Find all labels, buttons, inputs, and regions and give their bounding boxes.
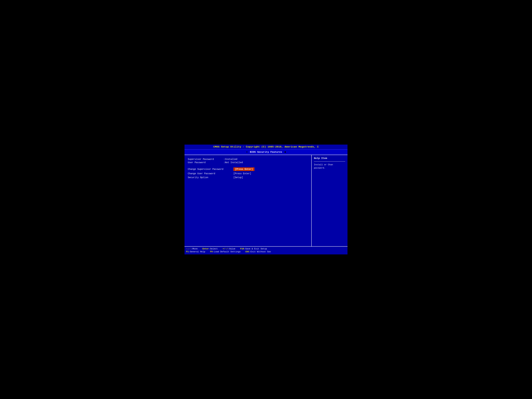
- user-password-label: User Password: [188, 161, 224, 164]
- change-user-password-label: Change User Password: [188, 172, 233, 175]
- bios-screen: CMOS Setup Utility - Copyright (C) 1985-…: [184, 145, 348, 254]
- nav-value: +/-/:Value: [223, 247, 235, 250]
- arrow-right-icon: ➤: [246, 150, 248, 154]
- user-password-value: :Not Installed: [224, 161, 243, 164]
- supervisor-password-value: :Installed: [224, 158, 237, 161]
- help-divider: [314, 161, 345, 162]
- nav-esc: ESC:Exit Without Sav: [246, 251, 271, 253]
- arrow-left-icon: ◄: [284, 151, 286, 154]
- main-area: Supervisor Password :Installed User Pass…: [184, 155, 348, 247]
- title-bar: CMOS Setup Utility - Copyright (C) 1985-…: [184, 145, 348, 149]
- supervisor-password-label: Supervisor Password: [188, 158, 224, 161]
- menu-section: Change Supervisor Password [Press Enter]…: [188, 167, 308, 179]
- help-title: Help Item: [314, 157, 345, 160]
- nav-row-2: F1:General Help F9:Load Default Settings…: [186, 251, 346, 253]
- change-user-password-item[interactable]: Change User Password [Press Enter]: [188, 172, 308, 175]
- title-text: CMOS Setup Utility - Copyright (C) 1985-…: [213, 146, 319, 148]
- nav-f10: F10:Save & Exit Setup: [240, 247, 267, 250]
- user-password-row: User Password :Not Installed: [188, 161, 308, 164]
- nav-bar: ↑↓←→:Move Enter:Select +/-/:Value F10:Sa…: [184, 247, 348, 254]
- status-section: Supervisor Password :Installed User Pass…: [188, 158, 308, 164]
- change-supervisor-password-item[interactable]: Change Supervisor Password [Press Enter]: [188, 167, 308, 171]
- change-supervisor-password-label: Change Supervisor Password: [188, 168, 233, 171]
- change-user-password-value: [Press Enter]: [233, 172, 251, 175]
- nav-move: ↑↓←→:Move: [186, 247, 197, 250]
- left-panel: Supervisor Password :Installed User Pass…: [184, 155, 312, 246]
- nav-f9: F9:Load Default Settings: [210, 251, 241, 253]
- security-option-value: [Setup]: [233, 176, 243, 179]
- help-text: Install or Chanpassword.: [314, 163, 345, 170]
- help-panel: Help Item Install or Chanpassword.: [312, 155, 348, 246]
- change-supervisor-password-value: [Press Enter]: [233, 167, 254, 171]
- section-bar: ➤ BIOS Security Features ◄: [184, 149, 348, 155]
- nav-row-1: ↑↓←→:Move Enter:Select +/-/:Value F10:Sa…: [186, 247, 346, 250]
- security-option-label: Security Option: [188, 176, 233, 179]
- security-option-item[interactable]: Security Option [Setup]: [188, 176, 308, 179]
- nav-enter: Enter:Select: [203, 247, 218, 250]
- section-title: BIOS Security Features: [250, 151, 282, 153]
- nav-f1: F1:General Help: [186, 251, 205, 253]
- supervisor-password-row: Supervisor Password :Installed: [188, 158, 308, 161]
